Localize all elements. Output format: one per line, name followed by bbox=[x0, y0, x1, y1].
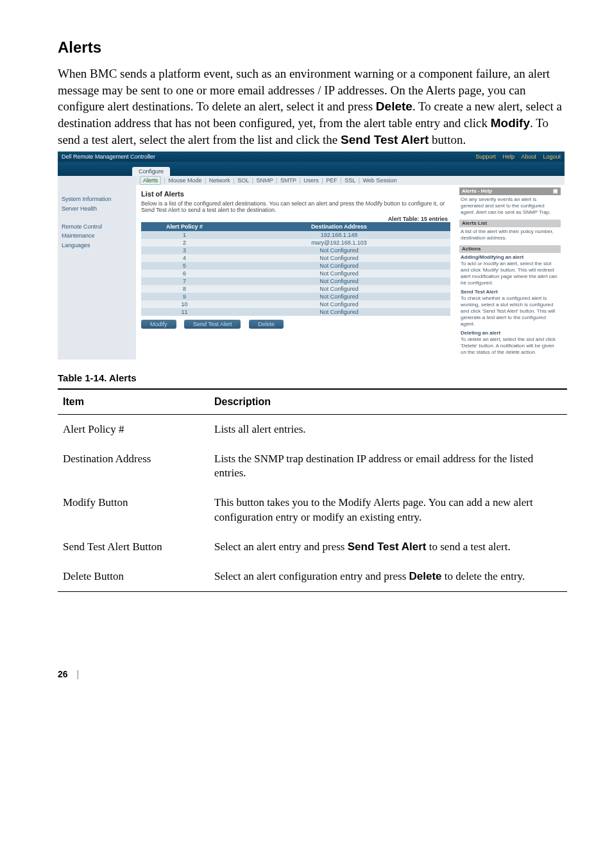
subtab-sol[interactable]: SOL bbox=[237, 177, 249, 184]
help-p2: A list of the alert with their policy nu… bbox=[459, 227, 561, 243]
help-h-sendtest: Send Test Alert bbox=[461, 289, 559, 295]
subtab-network[interactable]: Network bbox=[209, 177, 230, 184]
help-h-adding: Adding/Modifying an alert bbox=[461, 254, 559, 261]
section-title: Alerts bbox=[58, 39, 567, 56]
row-desc: Select an alert configuration entry and … bbox=[209, 562, 567, 592]
tab-row: DØLL Configure bbox=[58, 162, 565, 176]
sidebar: System Information Server Health Configu… bbox=[58, 176, 136, 360]
list-of-alerts-heading: List of Alerts bbox=[141, 190, 450, 198]
th-description: Description bbox=[209, 389, 567, 415]
console-titlebar: Dell Remote Management Controller Suppor… bbox=[58, 152, 565, 162]
subtab-snmp[interactable]: SNMP bbox=[257, 177, 273, 184]
help-panel: Alerts - Help▣ On any severity events an… bbox=[455, 185, 565, 360]
sidebar-item-remote-control[interactable]: Remote Control bbox=[62, 223, 132, 231]
page-footer: 26 | bbox=[58, 669, 567, 679]
table-row[interactable]: 9Not Configured bbox=[141, 293, 450, 300]
p-bold-delete: Delete bbox=[376, 100, 412, 113]
help-p1: On any severity events an alert is gener… bbox=[459, 195, 561, 217]
link-about[interactable]: About bbox=[521, 153, 536, 160]
row-item: Delete Button bbox=[58, 562, 209, 592]
subtab-users[interactable]: Users bbox=[303, 177, 319, 184]
content-main: List of Alerts Below is a list of the co… bbox=[136, 185, 455, 360]
list-of-alerts-desc: Below is a list of the configured alert … bbox=[141, 200, 450, 213]
subtab-ssl[interactable]: SSL bbox=[344, 177, 355, 184]
table-row[interactable]: 1192.168.1.148 bbox=[141, 231, 450, 239]
send-test-alert-button[interactable]: Send Test Alert bbox=[184, 320, 241, 329]
subtab-web-session[interactable]: Web Session bbox=[363, 177, 397, 184]
row-desc: This button takes you to the Modify Aler… bbox=[209, 488, 567, 532]
help-sub-alerts-list: Alerts List bbox=[459, 220, 561, 227]
col-destination-address: Destination Address bbox=[228, 222, 450, 231]
subtab-mouse-mode[interactable]: Mouse Mode bbox=[168, 177, 201, 184]
table-row[interactable]: 8Not Configured bbox=[141, 285, 450, 293]
sidebar-item-languages[interactable]: Languages bbox=[62, 241, 132, 250]
p-bold-modify: Modify bbox=[491, 116, 530, 130]
tab-configure[interactable]: Configure bbox=[132, 167, 170, 176]
intro-paragraph: When BMC sends a platform event, such as… bbox=[58, 65, 567, 148]
table-row[interactable]: 2mary@192.168.1.103 bbox=[141, 239, 450, 247]
help-sub-actions: Actions bbox=[459, 245, 561, 253]
table-row[interactable]: 10Not Configured bbox=[141, 300, 450, 308]
subtab-row: Alerts | Mouse Mode | Network | SOL | SN… bbox=[136, 176, 565, 185]
page-number: 26 bbox=[58, 669, 68, 679]
row-item: Modify Button bbox=[58, 488, 209, 532]
console-title: Dell Remote Management Controller bbox=[62, 153, 155, 160]
table-row[interactable]: 7Not Configured bbox=[141, 277, 450, 285]
alert-table-count: Alert Table: 15 entries bbox=[141, 216, 450, 222]
subtab-pef[interactable]: PEF bbox=[326, 177, 337, 184]
link-logout[interactable]: Logout bbox=[543, 153, 561, 160]
dell-logo: DØLL bbox=[0, 163, 21, 176]
th-item: Item bbox=[58, 389, 209, 415]
table-row[interactable]: 5Not Configured bbox=[141, 262, 450, 270]
definition-table: Item Description Alert Policy # Lists al… bbox=[58, 388, 567, 592]
table-caption: Table 1-14. Alerts bbox=[58, 372, 567, 383]
row-item: Send Test Alert Button bbox=[58, 532, 209, 562]
help-p4: To check whether a configured alert is w… bbox=[461, 295, 555, 327]
help-p5: To delete an alert, select the slot and … bbox=[461, 336, 556, 355]
row-desc: Select an alert entry and press Send Tes… bbox=[209, 532, 567, 562]
p-bold-sendtest: Send Test Alert bbox=[341, 133, 429, 146]
row-item: Alert Policy # bbox=[58, 415, 209, 445]
table-row[interactable]: 11Not Configured bbox=[141, 308, 450, 316]
modify-button[interactable]: Modify bbox=[141, 320, 176, 329]
col-alert-policy: Alert Policy # bbox=[141, 222, 228, 231]
help-p3: To add or modify an alert, select the sl… bbox=[461, 261, 557, 286]
alerts-table: Alert Policy # Destination Address 1192.… bbox=[141, 222, 450, 316]
sidebar-item-server-health[interactable]: Server Health bbox=[62, 205, 132, 213]
help-h-deleting: Deleting an alert bbox=[461, 330, 559, 336]
row-item: Destination Address bbox=[58, 444, 209, 488]
link-help[interactable]: Help bbox=[502, 153, 514, 160]
table-row[interactable]: 6Not Configured bbox=[141, 270, 450, 277]
row-desc: Lists the SNMP trap destination IP addre… bbox=[209, 444, 567, 488]
embedded-screenshot: Dell Remote Management Controller Suppor… bbox=[58, 152, 565, 360]
close-icon[interactable]: ▣ bbox=[553, 188, 558, 195]
table-row[interactable]: 4Not Configured bbox=[141, 254, 450, 262]
sidebar-item-system-information[interactable]: System Information bbox=[62, 195, 132, 204]
p-seg-6: button. bbox=[429, 133, 466, 146]
help-title: Alerts - Help bbox=[462, 188, 492, 195]
table-row[interactable]: 3Not Configured bbox=[141, 247, 450, 254]
subtab-alerts[interactable]: Alerts bbox=[140, 176, 161, 185]
subtab-smtp[interactable]: SMTP bbox=[280, 177, 296, 184]
row-desc: Lists all alert entries. bbox=[209, 415, 567, 445]
footer-divider: | bbox=[77, 669, 80, 679]
sidebar-item-maintenance[interactable]: Maintenance bbox=[62, 232, 132, 240]
link-support[interactable]: Support bbox=[475, 153, 496, 160]
delete-button[interactable]: Delete bbox=[249, 320, 284, 329]
